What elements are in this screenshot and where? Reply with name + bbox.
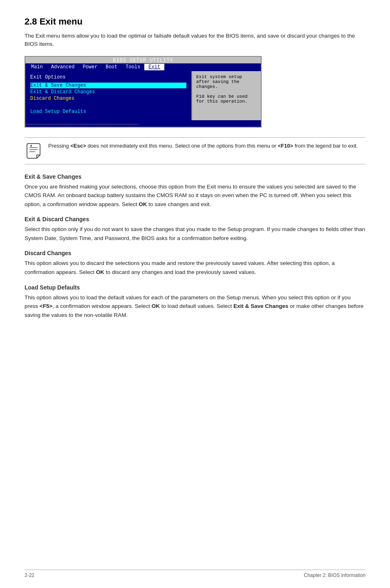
bios-wave	[25, 120, 261, 127]
note-text: Pressing <Esc> does not immediately exit…	[48, 142, 358, 150]
bios-nav-boot[interactable]: Boot	[101, 64, 121, 70]
footer-page-number: 2-22	[25, 572, 34, 578]
page-title: 2.8 Exit menu	[25, 16, 365, 27]
section-load-defaults: Load Setup Defaults This option allows y…	[25, 284, 365, 320]
section-heading-exit-save: Exit & Save Changes	[25, 173, 365, 180]
bios-option-exit-discard[interactable]: Exit & Discard Changes	[30, 89, 186, 95]
sections-container: Exit & Save Changes Once you are finishe…	[25, 173, 365, 320]
bios-nav-tools[interactable]: Tools	[121, 64, 144, 70]
section-heading-load-defaults: Load Setup Defaults	[25, 284, 365, 291]
bios-option-load-defaults[interactable]: Load Setup Defaults	[30, 109, 186, 114]
page-footer: 2-22 Chapter 2: BIOS information	[25, 570, 365, 578]
bios-nav-power[interactable]: Power	[78, 64, 101, 70]
section-heading-exit-discard: Exit & Discard Changes	[25, 216, 365, 222]
bios-nav: Main Advanced Power Boot Tools Exit	[25, 63, 261, 71]
bios-nav-advanced[interactable]: Advanced	[47, 64, 79, 70]
bios-option-spacer	[30, 102, 186, 108]
section-body-exit-discard: Select this option only if you do not wa…	[25, 225, 365, 242]
section-exit-discard: Exit & Discard Changes Select this optio…	[25, 216, 365, 242]
section-heading-discard-changes: Discard Changes	[25, 250, 365, 256]
note-icon	[25, 142, 43, 160]
section-body-load-defaults: This option allows you to load the defau…	[25, 293, 365, 320]
bios-option-discard[interactable]: Discard Changes	[30, 96, 186, 101]
intro-text: The Exit menu items allow you to load th…	[25, 32, 365, 49]
section-exit-save: Exit & Save Changes Once you are finishe…	[25, 173, 365, 209]
bios-section-title: Exit Options	[30, 74, 186, 80]
section-discard-changes: Discard Changes This option allows you t…	[25, 250, 365, 276]
bios-ui: BIOS SETUP UTILITY Main Advanced Power B…	[25, 56, 262, 128]
footer-chapter: Chapter 2: BIOS information	[304, 572, 365, 578]
bios-option-exit-save[interactable]: Exit & Save Changes	[30, 83, 186, 88]
section-body-exit-save: Once you are finished making your select…	[25, 182, 365, 209]
note-box: Pressing <Esc> does not immediately exit…	[25, 137, 365, 164]
bios-nav-main[interactable]: Main	[27, 64, 47, 70]
bios-help-text: Exit system setupafter saving thechanges…	[196, 74, 247, 104]
bios-right-panel: Exit system setupafter saving thechanges…	[191, 71, 261, 120]
section-body-discard-changes: This option allows you to discard the se…	[25, 259, 365, 276]
bios-left-panel: Exit Options Exit & Save Changes Exit & …	[25, 71, 191, 120]
bios-title: BIOS SETUP UTILITY	[25, 57, 261, 63]
svg-point-3	[30, 145, 32, 147]
bios-nav-exit[interactable]: Exit	[144, 64, 164, 70]
bios-body: Exit Options Exit & Save Changes Exit & …	[25, 71, 261, 120]
